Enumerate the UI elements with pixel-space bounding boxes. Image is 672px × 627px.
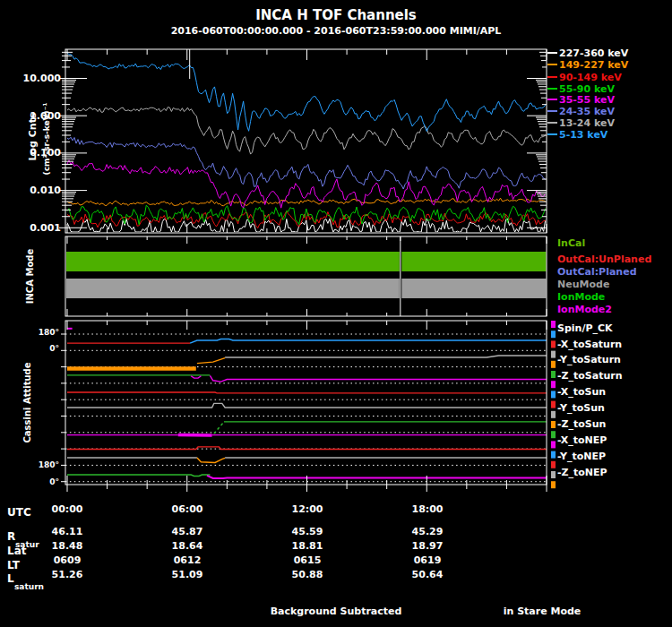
legend-dash-icon xyxy=(547,99,557,100)
mode-legend-item-2: OutCal:Planed xyxy=(557,267,637,278)
table-cell-3-1: 51.09 xyxy=(151,569,223,580)
time-range-subtitle: 2016-060T00:00:00.000 - 2016-060T23:59:0… xyxy=(0,25,672,37)
table-cell-3-2: 50.88 xyxy=(271,569,343,580)
energy-legend-item-7: 5-13 keV xyxy=(547,130,607,141)
legend-dash-icon xyxy=(547,110,557,112)
lat-row-label: Lat xyxy=(7,545,26,557)
table-cell-0-1: 45.87 xyxy=(151,526,223,537)
inca-tof-figure: INCA H TOF Channels 2016-060T00:00:00.00… xyxy=(0,0,672,627)
mode-legend-item-3: NeuMode xyxy=(557,279,609,290)
attitude-ytick-1: 0° xyxy=(0,344,59,353)
table-cell-3-3: 50.64 xyxy=(392,569,463,580)
counts-ytick-4: 0.001 xyxy=(0,222,61,234)
energy-legend-item-2: 90-149 keV xyxy=(547,73,622,83)
mode-legend-item-4: IonMode xyxy=(557,292,605,303)
table-cell-3-0: 51.26 xyxy=(31,569,103,580)
mode-legend-item-5: IonMode2 xyxy=(557,305,612,315)
page-title: INCA H TOF Channels xyxy=(0,7,672,23)
table-cell-1-0: 18.48 xyxy=(31,540,103,552)
attitude-legend-item-4: -X_toSun xyxy=(557,387,606,398)
energy-legend-label: 24-35 keV xyxy=(559,106,615,117)
counts-ytick-1: 1.000 xyxy=(0,110,61,122)
attitude-legend-item-1: -X_toSaturn xyxy=(557,339,622,350)
counts-axis-units: (cm²-sr-s-keV)⁻¹ xyxy=(42,85,51,193)
table-cell-0-2: 45.59 xyxy=(271,526,343,537)
utc-tick-label-2: 12:00 xyxy=(271,503,343,515)
table-cell-0-3: 45.29 xyxy=(392,526,463,537)
lt-row-label: LT xyxy=(7,559,20,571)
energy-legend-item-5: 24-35 keV xyxy=(547,107,615,117)
energy-legend-item-6: 13-24 keV xyxy=(547,118,615,129)
legend-dash-icon xyxy=(547,52,557,54)
energy-legend-label: 35-55 keV xyxy=(559,94,615,106)
l-row-label: L xyxy=(7,572,14,585)
attitude-axis-title: Cassini Attitude xyxy=(22,349,32,457)
stare-mode-note: in Stare Mode xyxy=(488,606,596,617)
utc-tick-label-1: 06:00 xyxy=(151,503,223,515)
table-cell-2-2: 0615 xyxy=(271,554,343,566)
counts-ytick-2: 0.100 xyxy=(0,147,61,159)
table-cell-2-0: 0609 xyxy=(31,554,103,566)
table-cell-2-3: 0619 xyxy=(392,554,463,566)
counts-ytick-3: 0.010 xyxy=(0,185,61,196)
attitude-legend-item-6: -Z_toSun xyxy=(557,419,606,430)
mode-axis-title: INCA Mode xyxy=(25,232,35,322)
energy-legend-label: 227-360 keV xyxy=(559,47,628,59)
energy-legend-item-4: 35-55 keV xyxy=(547,95,615,106)
mode-legend-item-1: OutCal:UnPlaned xyxy=(557,254,651,265)
l-row-sub: saturn xyxy=(14,582,44,591)
attitude-legend-item-2: -Y_toSaturn xyxy=(557,355,621,365)
utc-row-label: UTC xyxy=(7,506,31,519)
legend-dash-icon xyxy=(547,133,557,135)
table-cell-0-0: 46.11 xyxy=(31,526,103,537)
counts-axis-title: Log Cnts xyxy=(27,83,39,191)
attitude-legend-item-7: -X_toNEP xyxy=(557,435,607,446)
attitude-legend-item-9: -Z_toNEP xyxy=(557,468,607,478)
legend-dash-icon xyxy=(547,88,557,90)
attitude-legend-item-0: Spin/P_CK xyxy=(557,323,613,334)
energy-legend-label: 90-149 keV xyxy=(559,72,622,83)
utc-tick-label-0: 00:00 xyxy=(31,503,103,515)
table-cell-2-1: 0612 xyxy=(151,554,223,566)
energy-legend-label: 149-227 keV xyxy=(559,59,628,71)
counts-ytick-0: 10.000 xyxy=(0,73,61,84)
energy-legend-label: 13-24 keV xyxy=(559,117,615,129)
attitude-ytick-2: 180° xyxy=(0,460,59,469)
energy-legend-item-1: 149-227 keV xyxy=(547,60,628,71)
attitude-legend-item-8: -Y_toNEP xyxy=(557,451,606,462)
energy-legend-item-0: 227-360 keV xyxy=(547,48,628,59)
legend-dash-icon xyxy=(547,122,557,124)
attitude-legend-item-3: -Z_toSaturn xyxy=(557,371,623,382)
table-cell-1-3: 18.97 xyxy=(392,540,463,552)
r-row-label: R xyxy=(7,530,15,543)
legend-dash-icon xyxy=(547,64,557,65)
table-cell-1-2: 18.81 xyxy=(271,540,343,552)
attitude-ytick-3: 0° xyxy=(0,477,59,486)
table-cell-1-1: 18.64 xyxy=(151,540,223,552)
attitude-legend-item-5: -Y_toSun xyxy=(557,403,605,414)
energy-legend-label: 5-13 keV xyxy=(559,129,607,141)
utc-tick-label-3: 18:00 xyxy=(392,503,463,515)
mode-legend-item-0: InCal xyxy=(557,238,585,249)
attitude-ytick-0: 180° xyxy=(0,328,59,337)
legend-dash-icon xyxy=(547,76,557,78)
